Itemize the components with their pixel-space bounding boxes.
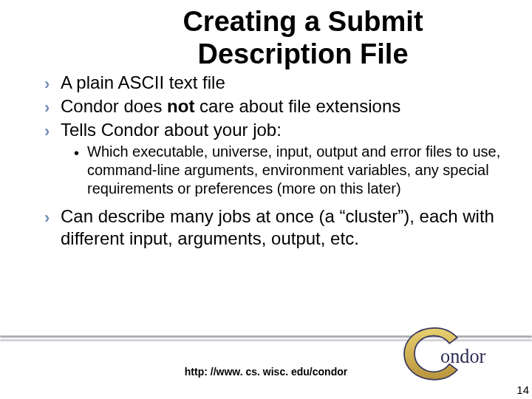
bullet-text: Condor does not care about file extensio… — [61, 95, 400, 117]
bullet-cluster: › Can describe many jobs at once (a “clu… — [44, 205, 502, 250]
chevron-icon: › — [44, 75, 61, 93]
divider — [0, 335, 532, 343]
chevron-icon: › — [44, 209, 61, 227]
chevron-icon: › — [44, 99, 61, 117]
bullet-text: A plain ASCII text file — [61, 72, 225, 94]
slide-title: Creating a Submit Description File — [0, 0, 532, 70]
bullet-text-bold: not — [167, 96, 194, 116]
chevron-icon: › — [44, 123, 61, 140]
bullet-text-pre: Condor does — [61, 96, 167, 116]
bullet-text-post: care about file extensions — [194, 96, 400, 116]
bullet-tells-condor: › Tells Condor about your job: — [44, 119, 502, 141]
bullet-ascii: › A plain ASCII text file — [44, 72, 502, 94]
footer-url: http: //www. cs. wisc. edu/condor — [0, 366, 532, 378]
slide-content: › A plain ASCII text file › Condor does … — [0, 72, 532, 250]
dot-icon: • — [74, 146, 87, 160]
sub-bullet-text: Which executable, universe, input, outpu… — [87, 143, 502, 198]
page-number: 14 — [516, 383, 529, 396]
sub-bullet-details: • Which executable, universe, input, out… — [44, 143, 502, 198]
bullet-text: Can describe many jobs at once (a “clust… — [61, 205, 502, 250]
logo-text: ondor — [440, 346, 486, 367]
bullet-text: Tells Condor about your job: — [61, 119, 282, 141]
bullet-extensions: › Condor does not care about file extens… — [44, 95, 502, 117]
